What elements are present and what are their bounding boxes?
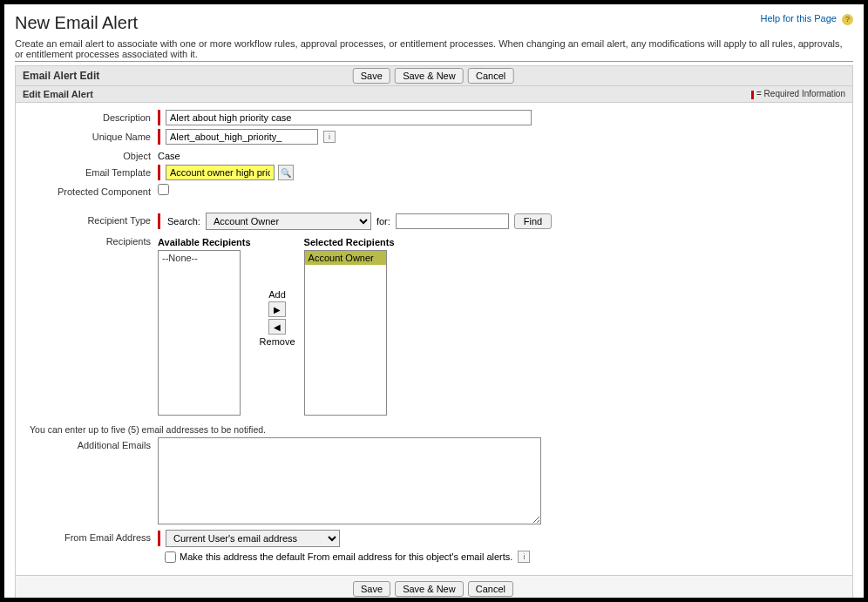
section-header-label: Email Alert Edit <box>23 70 99 82</box>
label-email-template: Email Template <box>23 165 158 178</box>
recipient-type-select[interactable]: Account Owner <box>206 213 371 230</box>
save-new-button-top[interactable]: Save & New <box>395 68 464 84</box>
save-button-top[interactable]: Save <box>353 68 390 84</box>
info-icon[interactable]: i <box>518 551 530 563</box>
label-description: Description <box>23 110 158 123</box>
for-input[interactable] <box>396 213 509 229</box>
for-label: for: <box>376 216 390 227</box>
sub-header-label: Edit Email Alert <box>23 89 93 99</box>
add-label: Add <box>268 289 286 300</box>
cancel-button-bottom[interactable]: Cancel <box>468 581 513 597</box>
label-additional-emails: Additional Emails <box>23 437 158 450</box>
remove-button[interactable]: ◀ <box>268 319 286 335</box>
label-from-email: From Email Address <box>23 530 158 543</box>
lookup-icon[interactable]: 🔍 <box>278 165 294 180</box>
protected-checkbox[interactable] <box>158 184 169 195</box>
default-from-checkbox[interactable] <box>165 551 176 563</box>
additional-emails-textarea[interactable] <box>158 437 541 524</box>
required-marker <box>158 129 160 145</box>
label-protected: Protected Component <box>23 184 158 197</box>
selected-listbox[interactable]: Account Owner <box>304 250 387 416</box>
save-button-bottom[interactable]: Save <box>353 581 390 597</box>
object-value: Case <box>158 148 180 161</box>
available-label: Available Recipients <box>158 237 251 247</box>
info-icon[interactable]: i <box>323 131 336 143</box>
cancel-button-top[interactable]: Cancel <box>468 68 513 84</box>
find-button[interactable]: Find <box>514 213 552 229</box>
label-unique-name: Unique Name <box>23 129 158 142</box>
email-template-input[interactable] <box>166 165 275 180</box>
selected-label: Selected Recipients <box>304 237 395 247</box>
five-emails-hint: You can enter up to five (5) email addre… <box>30 424 845 435</box>
label-recipients: Recipients <box>23 233 158 247</box>
page-title: New Email Alert <box>15 13 138 33</box>
required-marker <box>158 110 160 125</box>
required-marker <box>158 531 160 546</box>
help-icon[interactable]: ? <box>842 14 853 25</box>
list-item[interactable]: --None-- <box>159 251 240 265</box>
required-marker <box>158 213 160 229</box>
save-new-button-bottom[interactable]: Save & New <box>395 581 464 597</box>
unique-name-input[interactable] <box>166 129 318 145</box>
sub-header: Edit Email Alert = Required Information <box>15 86 853 103</box>
required-info: = Required Information <box>751 89 845 98</box>
help-link[interactable]: Help for this Page <box>761 13 837 24</box>
available-listbox[interactable]: --None-- <box>158 250 241 416</box>
section-header-edit: Email Alert Edit Save Save & New Cancel <box>15 65 853 86</box>
label-object: Object <box>23 148 158 161</box>
default-from-label: Make this address the default From email… <box>180 551 512 562</box>
search-label: Search: <box>167 216 200 227</box>
from-email-select[interactable]: Current User's email address <box>166 530 340 547</box>
add-button[interactable]: ▶ <box>268 301 286 317</box>
label-recipient-type: Recipient Type <box>23 213 158 226</box>
description-input[interactable] <box>166 110 532 125</box>
remove-label: Remove <box>260 336 295 347</box>
required-marker <box>158 165 160 180</box>
list-item[interactable]: Account Owner <box>305 251 386 265</box>
intro-text: Create an email alert to associate with … <box>15 38 853 62</box>
